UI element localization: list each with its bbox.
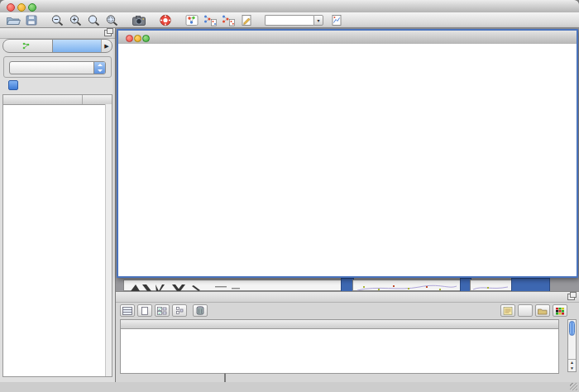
network-canvas[interactable]: [118, 44, 577, 276]
network-view-window: [117, 29, 578, 278]
tab-mosaic[interactable]: [52, 40, 102, 52]
status-bar: [0, 382, 579, 392]
background-network-window[interactable]: [470, 280, 513, 291]
search-input[interactable]: [265, 15, 313, 26]
table-scrollbar-arrows[interactable]: ▲▼: [568, 359, 576, 371]
delete-attribute-icon[interactable]: [193, 304, 208, 317]
attribute-panel-icon[interactable]: [120, 304, 135, 317]
table-scrollbar-thumb[interactable]: [569, 321, 575, 336]
zoom-selected-region-icon[interactable]: [103, 13, 122, 27]
new-network-from-selection-all-edges-icon[interactable]: [201, 13, 219, 27]
control-panel-tabs: ▶: [2, 39, 112, 53]
control-panel: ▶: [0, 28, 116, 382]
take-snapshot-icon[interactable]: [130, 13, 148, 27]
zoom-view-button[interactable]: [142, 35, 150, 42]
search-dropdown-icon[interactable]: ▾: [313, 15, 323, 26]
background-network-window[interactable]: [123, 280, 342, 291]
background-window-edge: [511, 278, 550, 292]
control-panel-header: [0, 28, 115, 39]
open-vizmapper-icon[interactable]: [183, 13, 201, 27]
node-color-dropdown[interactable]: [9, 61, 106, 74]
close-view-button[interactable]: [126, 35, 133, 42]
close-window-button[interactable]: [7, 3, 15, 12]
data-panel-header: [116, 292, 579, 303]
resize-grip[interactable]: [570, 383, 577, 390]
minimize-view-button[interactable]: [134, 35, 141, 42]
network-view-titlebar[interactable]: [118, 31, 577, 45]
new-attribute-icon[interactable]: [137, 304, 152, 317]
data-panel-toolbar-right: [500, 304, 567, 318]
window-titlebar: [0, 0, 579, 13]
new-network-from-selection-selected-edges-icon[interactable]: [219, 13, 237, 27]
save-session-icon[interactable]: [22, 13, 41, 27]
table-scrollbar[interactable]: ▲▼: [567, 319, 577, 372]
float-panel-icon[interactable]: [567, 294, 575, 300]
open-session-icon[interactable]: [4, 13, 22, 27]
select-nodes-checkbox[interactable]: [8, 80, 18, 90]
page-edit-icon[interactable]: [237, 13, 256, 27]
dropdown-stepper-icon: [93, 62, 105, 74]
zoom-out-icon[interactable]: [49, 13, 67, 27]
page-chart-icon[interactable]: [328, 13, 346, 27]
heatmap-icon[interactable]: [553, 304, 567, 317]
cytoscape-window: ▾ ▶: [0, 0, 579, 392]
minimize-window-button[interactable]: [17, 3, 26, 12]
nodes-column-header[interactable]: [83, 95, 112, 104]
float-panel-icon[interactable]: [104, 30, 112, 36]
data-panel-toolbar: [120, 304, 210, 318]
import-attributes-icon[interactable]: [535, 304, 550, 317]
tab-network[interactable]: [3, 40, 52, 52]
network-tree-panel: [2, 94, 112, 377]
zoom-window-button[interactable]: [28, 3, 36, 12]
main-toolbar: ▾: [0, 12, 579, 28]
background-network-window[interactable]: [352, 280, 462, 291]
data-panel: ▲▼: [116, 291, 579, 382]
zoom-in-icon[interactable]: [67, 13, 85, 27]
attribute-table: [120, 319, 559, 374]
function-builder-icon[interactable]: [518, 304, 533, 317]
tree-scrollbar[interactable]: [105, 104, 112, 376]
attribute-matrix-icon[interactable]: [172, 304, 187, 317]
node-color-selection-group: [3, 56, 112, 78]
tab-overflow-arrow-icon[interactable]: ▶: [101, 40, 112, 52]
select-nodes-row: [8, 80, 22, 90]
zoom-actual-size-icon[interactable]: [85, 13, 103, 27]
attribute-table-header: [121, 320, 558, 329]
network-column-header[interactable]: [3, 95, 83, 104]
network-tab-icon: [22, 42, 30, 50]
select-attributes-icon[interactable]: [155, 304, 170, 317]
help-icon[interactable]: [156, 13, 175, 27]
network-tree-header: [3, 95, 112, 105]
attribute-list-icon[interactable]: [500, 304, 515, 317]
